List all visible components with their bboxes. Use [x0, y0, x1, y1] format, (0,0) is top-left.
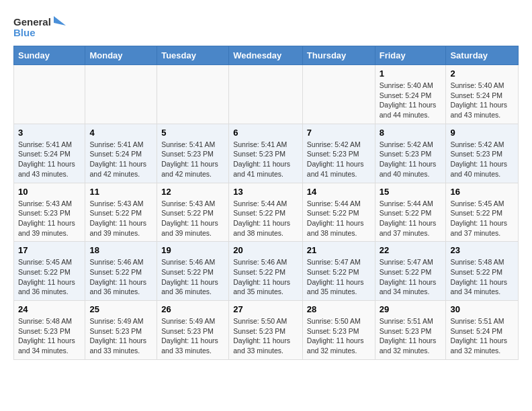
day-number: 2 [450, 68, 514, 79]
day-number: 4 [89, 128, 152, 138]
day-number: 9 [450, 128, 514, 138]
day-number: 20 [233, 245, 298, 255]
calendar-table: SundayMondayTuesdayWednesdayThursdayFrid… [13, 46, 519, 360]
day-number: 7 [307, 128, 371, 138]
day-number: 13 [233, 187, 298, 197]
day-info: Sunrise: 5:48 AMSunset: 5:23 PMDaylight:… [18, 316, 81, 356]
day-info: Sunrise: 5:43 AMSunset: 5:23 PMDaylight:… [18, 199, 81, 238]
calendar-day-cell: 24Sunrise: 5:48 AMSunset: 5:23 PMDayligh… [14, 301, 85, 360]
calendar-week-row: 24Sunrise: 5:48 AMSunset: 5:23 PMDayligh… [14, 301, 519, 360]
day-info: Sunrise: 5:43 AMSunset: 5:22 PMDaylight:… [161, 199, 224, 238]
calendar-day-cell: 1Sunrise: 5:40 AMSunset: 5:24 PMDaylight… [375, 65, 446, 124]
calendar-day-cell [85, 65, 157, 124]
day-info: Sunrise: 5:51 AMSunset: 5:23 PMDaylight:… [380, 316, 442, 356]
day-info: Sunrise: 5:50 AMSunset: 5:23 PMDaylight:… [233, 316, 298, 356]
weekday-header: Monday [85, 46, 157, 65]
calendar-day-cell: 21Sunrise: 5:47 AMSunset: 5:22 PMDayligh… [302, 242, 375, 301]
calendar-day-cell: 14Sunrise: 5:44 AMSunset: 5:22 PMDayligh… [302, 183, 375, 242]
day-number: 6 [233, 128, 298, 138]
day-number: 14 [307, 187, 371, 197]
calendar-day-cell: 26Sunrise: 5:49 AMSunset: 5:23 PMDayligh… [157, 301, 229, 360]
day-number: 19 [161, 245, 224, 255]
calendar-day-cell: 5Sunrise: 5:41 AMSunset: 5:23 PMDaylight… [157, 124, 229, 183]
day-info: Sunrise: 5:41 AMSunset: 5:24 PMDaylight:… [18, 140, 81, 179]
calendar-day-cell: 22Sunrise: 5:47 AMSunset: 5:22 PMDayligh… [375, 242, 446, 301]
svg-text:General: General [13, 16, 51, 28]
day-info: Sunrise: 5:49 AMSunset: 5:23 PMDaylight:… [161, 316, 224, 356]
day-info: Sunrise: 5:51 AMSunset: 5:24 PMDaylight:… [450, 316, 514, 356]
day-number: 12 [161, 187, 224, 197]
calendar-day-cell [157, 65, 229, 124]
page-header: GeneralBlue [13, 13, 519, 39]
calendar-day-cell: 25Sunrise: 5:49 AMSunset: 5:23 PMDayligh… [85, 301, 157, 360]
day-number: 21 [307, 245, 371, 255]
day-number: 23 [450, 245, 514, 255]
svg-marker-0 [54, 16, 66, 26]
day-number: 17 [18, 245, 81, 255]
weekday-header: Tuesday [157, 46, 229, 65]
day-info: Sunrise: 5:42 AMSunset: 5:23 PMDaylight:… [380, 140, 442, 179]
calendar-day-cell: 10Sunrise: 5:43 AMSunset: 5:23 PMDayligh… [14, 183, 85, 242]
weekday-header: Saturday [446, 46, 519, 65]
day-number: 27 [233, 304, 298, 314]
day-info: Sunrise: 5:41 AMSunset: 5:23 PMDaylight:… [233, 140, 298, 179]
calendar-day-cell: 30Sunrise: 5:51 AMSunset: 5:24 PMDayligh… [446, 301, 519, 360]
calendar-day-cell: 16Sunrise: 5:45 AMSunset: 5:22 PMDayligh… [446, 183, 519, 242]
calendar-day-cell: 15Sunrise: 5:44 AMSunset: 5:22 PMDayligh… [375, 183, 446, 242]
day-info: Sunrise: 5:40 AMSunset: 5:24 PMDaylight:… [450, 81, 514, 120]
day-info: Sunrise: 5:49 AMSunset: 5:23 PMDaylight:… [89, 316, 152, 356]
day-info: Sunrise: 5:44 AMSunset: 5:22 PMDaylight:… [307, 199, 371, 238]
day-number: 8 [380, 128, 442, 138]
calendar-day-cell: 2Sunrise: 5:40 AMSunset: 5:24 PMDaylight… [446, 65, 519, 124]
logo: GeneralBlue [13, 13, 67, 39]
day-info: Sunrise: 5:45 AMSunset: 5:22 PMDaylight:… [18, 257, 81, 297]
day-info: Sunrise: 5:46 AMSunset: 5:22 PMDaylight:… [161, 257, 224, 297]
day-info: Sunrise: 5:45 AMSunset: 5:22 PMDaylight:… [450, 199, 514, 238]
day-info: Sunrise: 5:42 AMSunset: 5:23 PMDaylight:… [307, 140, 371, 179]
day-number: 5 [161, 128, 224, 138]
calendar-day-cell: 13Sunrise: 5:44 AMSunset: 5:22 PMDayligh… [229, 183, 303, 242]
day-number: 28 [307, 304, 371, 314]
day-number: 3 [18, 128, 81, 138]
calendar-day-cell: 3Sunrise: 5:41 AMSunset: 5:24 PMDaylight… [14, 124, 85, 183]
day-info: Sunrise: 5:41 AMSunset: 5:23 PMDaylight:… [161, 140, 224, 179]
day-info: Sunrise: 5:44 AMSunset: 5:22 PMDaylight:… [233, 199, 298, 238]
weekday-header: Wednesday [229, 46, 303, 65]
calendar-day-cell: 8Sunrise: 5:42 AMSunset: 5:23 PMDaylight… [375, 124, 446, 183]
calendar-day-cell: 28Sunrise: 5:50 AMSunset: 5:23 PMDayligh… [302, 301, 375, 360]
calendar-week-row: 17Sunrise: 5:45 AMSunset: 5:22 PMDayligh… [14, 242, 519, 301]
calendar-day-cell: 4Sunrise: 5:41 AMSunset: 5:24 PMDaylight… [85, 124, 157, 183]
calendar-day-cell: 18Sunrise: 5:46 AMSunset: 5:22 PMDayligh… [85, 242, 157, 301]
calendar-day-cell: 6Sunrise: 5:41 AMSunset: 5:23 PMDaylight… [229, 124, 303, 183]
day-info: Sunrise: 5:50 AMSunset: 5:23 PMDaylight:… [307, 316, 371, 356]
logo-svg: GeneralBlue [13, 13, 67, 39]
day-number: 16 [450, 187, 514, 197]
day-number: 1 [380, 68, 442, 79]
day-info: Sunrise: 5:41 AMSunset: 5:24 PMDaylight:… [89, 140, 152, 179]
day-info: Sunrise: 5:40 AMSunset: 5:24 PMDaylight:… [380, 81, 442, 120]
calendar-day-cell: 17Sunrise: 5:45 AMSunset: 5:22 PMDayligh… [14, 242, 85, 301]
calendar-day-cell: 11Sunrise: 5:43 AMSunset: 5:22 PMDayligh… [85, 183, 157, 242]
calendar-header-row: SundayMondayTuesdayWednesdayThursdayFrid… [14, 46, 519, 65]
calendar-body: 1Sunrise: 5:40 AMSunset: 5:24 PMDaylight… [14, 65, 519, 360]
day-info: Sunrise: 5:43 AMSunset: 5:22 PMDaylight:… [89, 199, 152, 238]
day-info: Sunrise: 5:46 AMSunset: 5:22 PMDaylight:… [89, 257, 152, 297]
day-number: 11 [89, 187, 152, 197]
day-number: 15 [380, 187, 442, 197]
day-info: Sunrise: 5:42 AMSunset: 5:23 PMDaylight:… [450, 140, 514, 179]
calendar-week-row: 10Sunrise: 5:43 AMSunset: 5:23 PMDayligh… [14, 183, 519, 242]
day-number: 29 [380, 304, 442, 314]
calendar-day-cell: 7Sunrise: 5:42 AMSunset: 5:23 PMDaylight… [302, 124, 375, 183]
weekday-header: Friday [375, 46, 446, 65]
weekday-header: Sunday [14, 46, 85, 65]
day-info: Sunrise: 5:44 AMSunset: 5:22 PMDaylight:… [380, 199, 442, 238]
day-info: Sunrise: 5:48 AMSunset: 5:22 PMDaylight:… [450, 257, 514, 297]
weekday-header: Thursday [302, 46, 375, 65]
day-info: Sunrise: 5:47 AMSunset: 5:22 PMDaylight:… [307, 257, 371, 297]
calendar-day-cell: 23Sunrise: 5:48 AMSunset: 5:22 PMDayligh… [446, 242, 519, 301]
calendar-day-cell: 12Sunrise: 5:43 AMSunset: 5:22 PMDayligh… [157, 183, 229, 242]
day-number: 22 [380, 245, 442, 255]
day-number: 30 [450, 304, 514, 314]
calendar-day-cell [302, 65, 375, 124]
svg-text:Blue: Blue [13, 27, 36, 38]
